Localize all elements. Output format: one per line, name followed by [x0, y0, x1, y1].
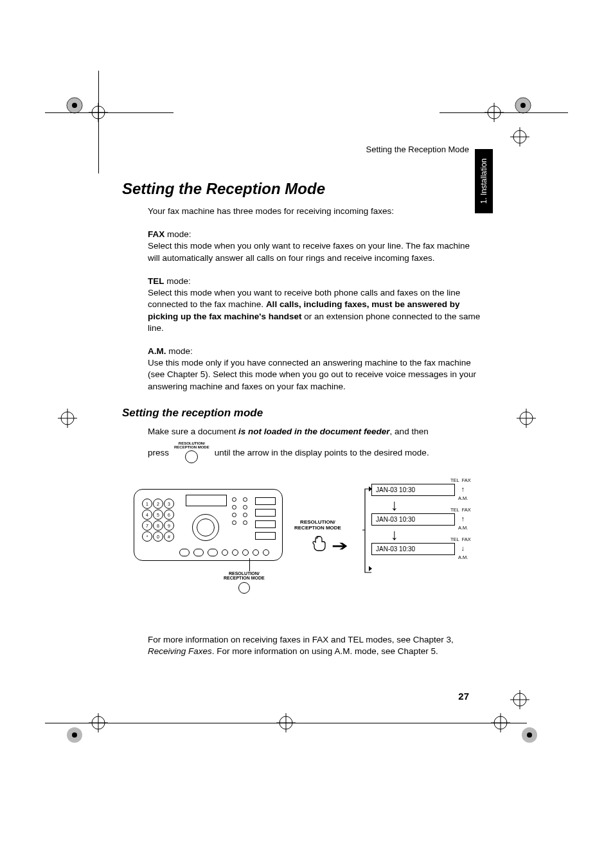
lcd-text: JAN-03 10:30	[376, 545, 415, 553]
leader-line	[249, 558, 250, 571]
instruction-text: Make sure a document is not loaded in th…	[148, 426, 482, 438]
instruct-bold-italic: is not loaded in the document feeder	[238, 427, 390, 436]
mid-button-label: RESOLUTION/ RECEPTION MODE	[294, 520, 341, 531]
keypad-key: *	[142, 531, 152, 542]
am-label: A.M.	[458, 525, 468, 531]
page-content: Setting the Reception Mode Your fax mach…	[122, 141, 482, 658]
svg-point-30	[527, 732, 532, 738]
registration-mark-icon	[517, 409, 536, 428]
keypad-key: 9	[164, 520, 174, 531]
footer-italic: Receiving Faxes	[148, 646, 212, 656]
keypad-key: 5	[153, 509, 163, 520]
tel-mode-block: TEL mode: Select this mode when you want…	[148, 276, 482, 334]
registration-mark-icon	[62, 722, 87, 748]
panel-bottom-buttons-icon	[179, 549, 269, 556]
am-mode-suffix: mode:	[166, 346, 193, 356]
panel-dial-icon	[192, 514, 219, 541]
mid-label1: RESOLUTION/	[300, 519, 335, 525]
control-panel-diagram: 1 2 3 4 5 6 7 8 9 * 0 #	[134, 489, 482, 605]
fax-mode-text: Select this mode when you only want to r…	[148, 241, 470, 262]
svg-point-22	[72, 732, 77, 738]
tel-mode-label: TEL	[148, 276, 164, 286]
page-title: Setting the Reception Mode	[122, 180, 482, 198]
am-label: A.M.	[458, 554, 468, 560]
intro-text: Your fax machine has three modes for rec…	[148, 206, 482, 217]
am-mode-text: Use this mode only if you have connected…	[148, 358, 476, 391]
registration-mark-icon	[58, 409, 77, 428]
lcd-arrow-up-icon: ↑	[461, 485, 465, 493]
keypad-key: 3	[164, 499, 174, 509]
lcd-display: TEL FAX JAN-03 10:30 ↑ A.M.	[371, 513, 455, 526]
registration-mark-icon	[517, 722, 542, 748]
panel-button-label: RESOLUTION/ RECEPTION MODE	[224, 571, 265, 594]
panel-button-circle-icon	[238, 582, 250, 594]
registration-mark-icon	[62, 93, 87, 118]
registration-mark-icon	[510, 93, 536, 118]
arrow-down-icon: ↓	[391, 529, 455, 540]
lcd-display: TEL FAX JAN-03 10:30 ↑ A.M.	[371, 484, 455, 496]
fax-label: FAX	[462, 477, 471, 483]
keypad-key: 0	[153, 531, 163, 542]
panel-label2: RECEPTION MODE	[224, 576, 265, 580]
reception-mode-button-icon: RESOLUTION/ RECEPTION MODE	[174, 441, 209, 463]
keypad-key: 6	[164, 509, 174, 520]
indicator-lights-icon	[232, 497, 247, 525]
fax-mode-block: FAX mode: Select this mode when you only…	[148, 229, 482, 264]
lcd-text: JAN-03 10:30	[376, 516, 415, 523]
footer-pre: For more information on receiving faxes …	[148, 635, 454, 644]
instruct-post: , and then	[390, 427, 429, 436]
lcd-arrow-down-icon: ↓	[461, 544, 465, 552]
footer-post: . For more information on using A.M. mod…	[212, 646, 438, 656]
keypad-key: 1	[142, 499, 152, 509]
mid-label2: RECEPTION MODE	[294, 525, 341, 531]
keypad-key: 8	[153, 520, 163, 531]
press-post: until the arrow in the display points to…	[215, 448, 429, 457]
crop-line	[98, 71, 99, 173]
keypad-icon: 1 2 3 4 5 6 7 8 9 * 0 #	[142, 499, 173, 540]
bracket-icon	[362, 485, 375, 578]
panel-lcd-icon	[186, 495, 227, 506]
crop-line	[45, 112, 173, 113]
fax-mode-label: FAX	[148, 229, 164, 239]
am-mode-block: A.M. mode: Use this mode only if you hav…	[148, 346, 482, 393]
press-hand-icon	[310, 534, 328, 552]
lcd-mode-labels: TEL FAX	[450, 507, 471, 513]
button-circle-icon	[185, 450, 198, 463]
registration-mark-icon	[276, 713, 296, 732]
lcd-text: JAN-03 10:30	[376, 486, 415, 493]
tel-label: TEL	[450, 477, 459, 483]
tel-label: TEL	[450, 536, 459, 542]
fax-label: FAX	[462, 507, 471, 513]
press-line: press RESOLUTION/ RECEPTION MODE until t…	[148, 441, 482, 463]
am-mode-label: A.M.	[148, 346, 166, 356]
keypad-key: #	[164, 531, 174, 542]
registration-mark-icon	[510, 127, 529, 146]
footer-text: For more information on receiving faxes …	[148, 634, 482, 657]
registration-mark-icon	[491, 713, 510, 732]
tel-label: TEL	[450, 507, 459, 513]
crop-line	[440, 112, 568, 113]
fax-mode-suffix: mode:	[164, 229, 191, 239]
panel-outline: 1 2 3 4 5 6 7 8 9 * 0 #	[134, 489, 283, 561]
lcd-arrow-up-icon: ↑	[461, 515, 465, 522]
arrow-down-icon: ↓	[391, 500, 455, 511]
arrow-right-icon: ➔	[332, 538, 348, 554]
registration-mark-icon	[510, 690, 529, 709]
press-pre: press	[148, 448, 169, 457]
fax-label: FAX	[462, 536, 471, 542]
lcd-sequence: TEL FAX JAN-03 10:30 ↑ A.M. ↓ TEL FAX JA…	[371, 484, 455, 555]
section-subhead: Setting the reception mode	[122, 407, 482, 420]
panel-label1: RESOLUTION/	[229, 571, 260, 576]
keypad-key: 4	[142, 509, 152, 520]
keypad-key: 2	[153, 499, 163, 509]
panel-side-buttons-icon	[255, 497, 276, 540]
instruct-pre: Make sure a document	[148, 427, 238, 436]
svg-point-2	[72, 103, 77, 108]
keypad-key: 7	[142, 520, 152, 531]
am-label: A.M.	[458, 495, 468, 501]
lcd-mode-labels: TEL FAX	[450, 477, 471, 483]
svg-point-8	[520, 103, 526, 108]
page-number: 27	[122, 691, 469, 702]
tel-mode-suffix: mode:	[164, 276, 191, 286]
lcd-display: TEL FAX JAN-03 10:30 ↓ A.M.	[371, 543, 455, 555]
